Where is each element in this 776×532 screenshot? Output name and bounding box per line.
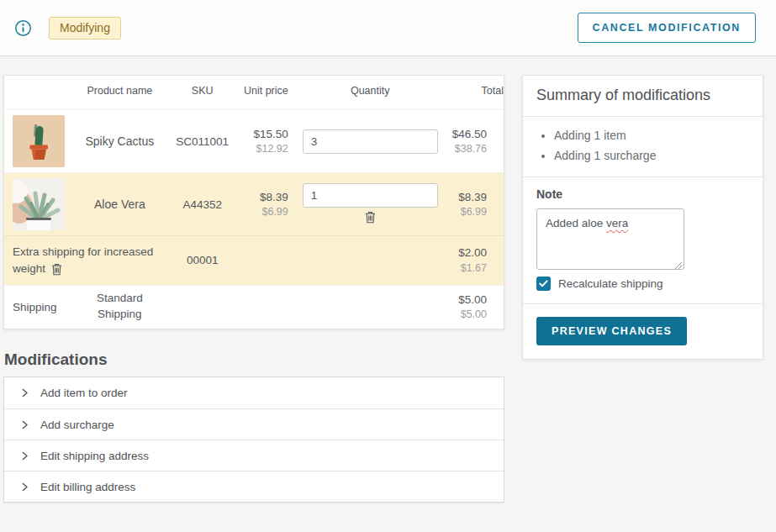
- unit-price-discounted: $12.92: [236, 142, 288, 156]
- product-image-spiky-cactus: [13, 115, 65, 167]
- column-header-total: Total: [452, 76, 504, 110]
- accordion-add-surcharge[interactable]: Add surcharge: [4, 408, 504, 440]
- product-sku: A44352: [168, 173, 236, 236]
- column-header-unit-price: Unit price: [236, 76, 288, 110]
- resize-handle[interactable]: [674, 260, 683, 268]
- row-total-discounted: $1.67: [452, 261, 487, 276]
- total-cell: $5.00 $5.00: [452, 285, 504, 329]
- row-total-discounted: $38.76: [452, 142, 487, 156]
- unit-price-cell: $15.50 $12.92: [236, 110, 288, 173]
- summary-list: Adding 1 item Adding 1 surcharge: [523, 117, 763, 177]
- column-header-sku: SKU: [168, 76, 236, 110]
- modifications-accordion: Add item to order Add surcharge Edit shi…: [3, 377, 504, 503]
- recalculate-shipping-label: Recalculate shipping: [558, 277, 663, 290]
- cancel-modification-button[interactable]: CANCEL MODIFICATION: [578, 13, 756, 43]
- row-total: $5.00: [452, 292, 487, 308]
- table-row-shipping: Shipping Standard Shipping $5.00 $5.00: [4, 285, 504, 329]
- checkmark-icon: [539, 280, 548, 287]
- quantity-input-spiky-cactus[interactable]: [303, 129, 438, 154]
- product-image-aloe-vera: [13, 178, 65, 230]
- product-sku: SC011001: [168, 110, 236, 173]
- table-row-aloe-vera: Aloe Vera A44352 $8.39 $6.99: [4, 173, 504, 236]
- info-icon[interactable]: [13, 18, 32, 37]
- quantity-input-aloe-vera[interactable]: [303, 183, 438, 208]
- order-items-table: Product name SKU Unit price Quantity Tot…: [3, 75, 504, 329]
- misspelled-word: vera: [606, 217, 628, 229]
- status-badge: Modifying: [49, 17, 121, 40]
- accordion-add-item-to-order[interactable]: Add item to order: [4, 377, 504, 408]
- unit-price-cell: $8.39 $6.99: [236, 173, 288, 236]
- row-total-discounted: $5.00: [452, 308, 487, 322]
- accordion-label: Edit shipping address: [40, 450, 149, 462]
- surcharge-sku: 00001: [168, 236, 236, 286]
- main-content: Product name SKU Unit price Quantity Tot…: [0, 56, 776, 503]
- unit-price: $15.50: [236, 127, 288, 142]
- summary-title: Summary of modifications: [536, 87, 749, 104]
- accordion-edit-shipping-address[interactable]: Edit shipping address: [4, 440, 504, 471]
- accordion-label: Add surcharge: [40, 419, 114, 431]
- summary-item: Adding 1 surcharge: [554, 145, 749, 166]
- chevron-right-icon: [20, 388, 29, 398]
- row-total: $2.00: [452, 245, 487, 261]
- unit-price-discounted: $6.99: [236, 205, 288, 219]
- column-header-quantity: Quantity: [288, 76, 452, 110]
- total-cell: $8.39 $6.99: [452, 173, 504, 236]
- table-row-spiky-cactus: Spiky Cactus SC011001 $15.50 $12.92: [4, 110, 504, 173]
- total-cell: $46.50 $38.76: [452, 110, 504, 173]
- shipping-label: Shipping: [4, 285, 71, 329]
- row-total-discounted: $6.99: [452, 205, 487, 219]
- note-label: Note: [536, 187, 749, 201]
- row-total: $8.39: [452, 190, 487, 205]
- chevron-right-icon: [20, 451, 29, 461]
- chevron-right-icon: [20, 482, 29, 492]
- trash-icon: [51, 263, 62, 276]
- accordion-label: Add item to order: [40, 387, 128, 399]
- column-header-product-name: Product name: [71, 76, 168, 110]
- image-column-header: [4, 76, 71, 110]
- surcharge-label: Extra shipping for increased weight: [13, 245, 153, 275]
- shipping-method: Standard Shipping: [71, 285, 168, 329]
- top-bar: Modifying CANCEL MODIFICATION: [0, 0, 776, 56]
- modifications-title: Modifications: [4, 350, 504, 369]
- recalculate-shipping-option[interactable]: Recalculate shipping: [536, 277, 749, 291]
- summary-item: Adding 1 item: [554, 125, 749, 145]
- preview-changes-button[interactable]: PREVIEW CHANGES: [536, 317, 687, 345]
- chevron-right-icon: [20, 420, 29, 429]
- recalculate-shipping-checkbox[interactable]: [536, 277, 551, 291]
- row-total: $46.50: [452, 127, 487, 142]
- product-name: Spiky Cactus: [71, 110, 168, 173]
- remove-item-button[interactable]: [362, 209, 378, 225]
- product-name: Aloe Vera: [71, 173, 168, 236]
- note-textarea[interactable]: Added aloe vera: [536, 208, 684, 270]
- unit-price: $8.39: [236, 190, 288, 205]
- table-header-row: Product name SKU Unit price Quantity Tot…: [4, 76, 504, 110]
- accordion-label: Edit billing address: [40, 481, 135, 493]
- trash-icon: [365, 211, 376, 224]
- table-row-surcharge: Extra shipping for increased weight 0000…: [4, 236, 504, 286]
- accordion-edit-billing-address[interactable]: Edit billing address: [4, 471, 504, 502]
- summary-card: Summary of modifications Adding 1 item A…: [522, 75, 763, 360]
- remove-surcharge-button[interactable]: [49, 261, 65, 277]
- total-cell: $2.00 $1.67: [452, 236, 504, 286]
